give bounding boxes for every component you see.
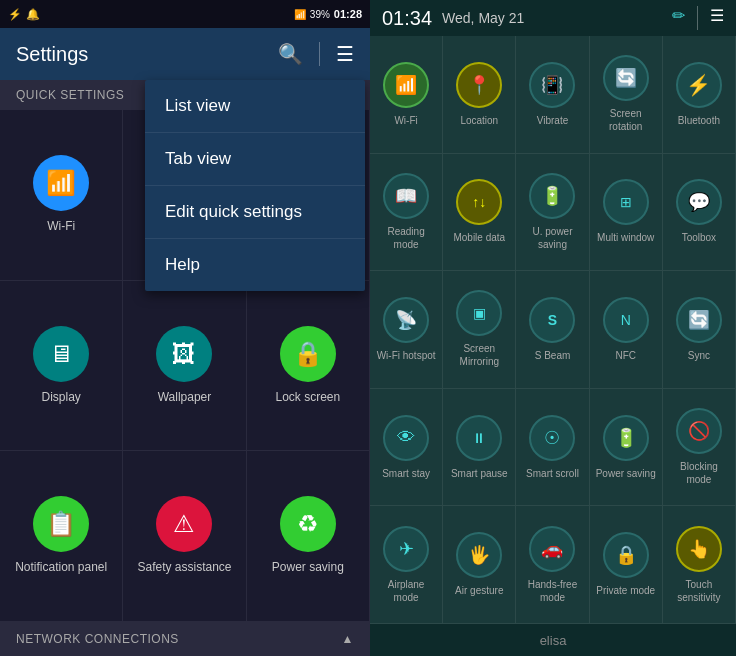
expand-icon: ▲: [342, 632, 354, 646]
quick-multi-window-label: Multi window: [597, 231, 654, 244]
setting-wallpaper[interactable]: 🖼 Wallpaper: [123, 281, 246, 452]
quick-rotation-label: Screen rotation: [594, 107, 658, 133]
setting-safety-assistance[interactable]: ⚠ Safety assistance: [123, 451, 246, 622]
dropdown-edit-quick-settings[interactable]: Edit quick settings: [145, 186, 365, 239]
quick-power-saving-icon: 🔋: [603, 415, 649, 461]
pencil-icon[interactable]: ✏: [672, 6, 685, 30]
quick-u-power-icon: 🔋: [529, 173, 575, 219]
quick-bluetooth[interactable]: ⚡ Bluetooth: [663, 36, 736, 154]
quick-location[interactable]: 📍 Location: [443, 36, 516, 154]
quick-vibrate[interactable]: 📳 Vibrate: [516, 36, 589, 154]
quick-mirroring-label: Screen Mirroring: [447, 342, 511, 368]
quick-toolbox-label: Toolbox: [682, 231, 716, 244]
right-footer: elisa: [370, 624, 736, 656]
quick-screen-mirroring[interactable]: ▣ Screen Mirroring: [443, 271, 516, 389]
wifi-icon: 📶: [46, 169, 76, 197]
quick-screen-rotation[interactable]: 🔄 Screen rotation: [590, 36, 663, 154]
power-saving-icon-circle: ♻: [280, 496, 336, 552]
right-date: Wed, May 21: [442, 10, 524, 26]
quick-touch-sensitivity[interactable]: 👆 Touch sensitivity: [663, 506, 736, 624]
quick-hands-free[interactable]: 🚗 Hands-free mode: [516, 506, 589, 624]
quick-reading-icon: 📖: [383, 173, 429, 219]
quick-sync[interactable]: 🔄 Sync: [663, 271, 736, 389]
setting-power-saving[interactable]: ♻ Power saving: [247, 451, 370, 622]
quick-sync-label: Sync: [688, 349, 710, 362]
quick-mobile-data-label: Mobile data: [453, 231, 505, 244]
quick-air-gesture[interactable]: 🖐 Air gesture: [443, 506, 516, 624]
quick-smart-stay-label: Smart stay: [382, 467, 430, 480]
power-saving-label: Power saving: [272, 560, 344, 576]
quick-smart-stay[interactable]: 👁 Smart stay: [370, 389, 443, 507]
quick-wifi-icon: 📶: [383, 62, 429, 108]
right-divider: [697, 6, 698, 30]
status-bar-left-icons: ⚡ 🔔: [8, 8, 40, 21]
quick-s-beam[interactable]: S S Beam: [516, 271, 589, 389]
list-icon[interactable]: ☰: [710, 6, 724, 30]
safety-icon-circle: ⚠: [156, 496, 212, 552]
quick-nfc-label: NFC: [615, 349, 636, 362]
quick-toolbox[interactable]: 💬 Toolbox: [663, 154, 736, 272]
usb-icon: ⚡: [8, 8, 22, 21]
quick-private-mode[interactable]: 🔒 Private mode: [590, 506, 663, 624]
lock-screen-icon: 🔒: [293, 340, 323, 368]
wifi-icon-circle: 📶: [33, 155, 89, 211]
display-label: Display: [41, 390, 80, 406]
signal-icon: 📶: [294, 9, 306, 20]
dropdown-tab-view[interactable]: Tab view: [145, 133, 365, 186]
quick-wifi[interactable]: 📶 Wi-Fi: [370, 36, 443, 154]
quick-location-icon: 📍: [456, 62, 502, 108]
wallpaper-icon-circle: 🖼: [156, 326, 212, 382]
dropdown-help[interactable]: Help: [145, 239, 365, 291]
quick-airplane-icon: ✈: [383, 526, 429, 572]
footer-text: elisa: [540, 633, 567, 648]
lock-screen-label: Lock screen: [275, 390, 340, 406]
quick-smart-scroll-icon: ☉: [529, 415, 575, 461]
quick-multi-window-icon: ⊞: [603, 179, 649, 225]
setting-notification-panel[interactable]: 📋 Notification panel: [0, 451, 123, 622]
quick-air-gesture-label: Air gesture: [455, 584, 503, 597]
quick-private-icon: 🔒: [603, 532, 649, 578]
quick-reading-mode[interactable]: 📖 Reading mode: [370, 154, 443, 272]
time-left: 01:28: [334, 8, 362, 20]
lock-screen-icon-circle: 🔒: [280, 326, 336, 382]
quick-hotspot-icon: 📡: [383, 297, 429, 343]
quick-touch-icon: 👆: [676, 526, 722, 572]
network-connections-bar[interactable]: NETWORK CONNECTIONS ▲: [0, 622, 370, 656]
quick-vibrate-label: Vibrate: [537, 114, 569, 127]
notification-icon-circle: 📋: [33, 496, 89, 552]
setting-wifi[interactable]: 📶 Wi-Fi: [0, 110, 123, 281]
quick-smart-pause[interactable]: ⏸ Smart pause: [443, 389, 516, 507]
quick-bluetooth-label: Bluetooth: [678, 114, 720, 127]
quick-nfc[interactable]: N NFC: [590, 271, 663, 389]
quick-location-label: Location: [460, 114, 498, 127]
header-divider: [319, 42, 320, 66]
quick-u-power-saving[interactable]: 🔋 U. power saving: [516, 154, 589, 272]
quick-sbeam-label: S Beam: [535, 349, 571, 362]
setting-lock-screen[interactable]: 🔒 Lock screen: [247, 281, 370, 452]
status-bar-right-icons: 📶 39% 01:28: [294, 8, 362, 20]
quick-wifi-hotspot[interactable]: 📡 Wi-Fi hotspot: [370, 271, 443, 389]
dropdown-list-view[interactable]: List view: [145, 80, 365, 133]
quick-sync-icon: 🔄: [676, 297, 722, 343]
quick-reading-label: Reading mode: [374, 225, 438, 251]
quick-hotspot-label: Wi-Fi hotspot: [377, 349, 436, 362]
quick-blocking-mode[interactable]: 🚫 Blocking mode: [663, 389, 736, 507]
quick-items-grid: 📶 Wi-Fi 📍 Location 📳 Vibrate 🔄 Screen ro…: [370, 36, 736, 624]
quick-power-saving-label: Power saving: [596, 467, 656, 480]
wallpaper-icon: 🖼: [172, 340, 196, 368]
right-status-bar: 01:34 Wed, May 21 ✏ ☰: [370, 0, 736, 36]
search-icon[interactable]: 🔍: [278, 42, 303, 66]
dropdown-menu: List view Tab view Edit quick settings H…: [145, 80, 365, 291]
quick-power-saving[interactable]: 🔋 Power saving: [590, 389, 663, 507]
quick-smart-scroll[interactable]: ☉ Smart scroll: [516, 389, 589, 507]
quick-multi-window[interactable]: ⊞ Multi window: [590, 154, 663, 272]
quick-hands-free-label: Hands-free mode: [520, 578, 584, 604]
setting-display[interactable]: 🖥 Display: [0, 281, 123, 452]
quick-vibrate-icon: 📳: [529, 62, 575, 108]
quick-private-label: Private mode: [596, 584, 655, 597]
quick-airplane-mode[interactable]: ✈ Airplane mode: [370, 506, 443, 624]
quick-wifi-label: Wi-Fi: [394, 114, 417, 127]
quick-smart-stay-icon: 👁: [383, 415, 429, 461]
menu-icon[interactable]: ☰: [336, 42, 354, 66]
quick-mobile-data[interactable]: ↑↓ Mobile data: [443, 154, 516, 272]
